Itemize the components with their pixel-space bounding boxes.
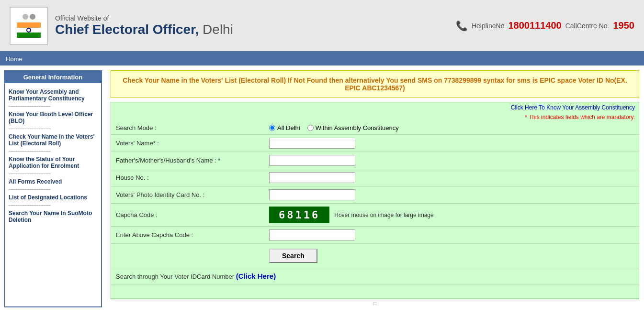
divider-3: ------------------------ [9, 148, 97, 153]
page-header: Official Website of Chief Electoral Offi… [0, 0, 644, 53]
fathers-name-label: Father's/Mother's/Husband's Name : * [116, 157, 269, 164]
radio-all-delhi[interactable]: All Delhi [269, 124, 300, 131]
radio-assembly-input[interactable] [307, 125, 314, 131]
sidebar-item-designated-locations[interactable]: List of Designated Locations [9, 194, 97, 201]
banner-text: Check Your Name in the Voters' List (Ele… [123, 76, 627, 92]
sidebar: General Information Know Your Assembly a… [4, 70, 102, 307]
voter-photo-row: Voters' Photo Identity Card No. : [111, 186, 639, 204]
flag-white [17, 28, 41, 33]
radio-assembly[interactable]: Within Assembly Constituency [307, 124, 399, 131]
captcha-hover-text: Hover mouse on image for large image [334, 212, 433, 218]
house-no-row: House No. : [111, 169, 639, 186]
voter-photo-input[interactable] [269, 189, 355, 200]
divider-6: ------------------------ [9, 202, 97, 207]
header-right: 📞 HelplineNo 1800111400 CallCentre No. 1… [456, 20, 634, 32]
phone-icon: 📞 [456, 20, 468, 32]
title-ceo: Chief Electoral Officer, [55, 22, 199, 37]
radio-all-delhi-label: All Delhi [277, 124, 300, 131]
search-row: Search [111, 244, 639, 268]
search-mode-row: Search Mode : All Delhi Within Assembly … [111, 121, 639, 135]
captcha-row: Capcha Code : 68116 Hover mouse on image… [111, 204, 639, 227]
mandatory-note: * This indicates fields which are mandat… [111, 113, 639, 121]
radio-assembly-label: Within Assembly Constituency [316, 124, 399, 131]
voter-id-row: Search through Your Voter IDCard Number … [111, 268, 639, 284]
navbar: Home [0, 53, 644, 65]
search-mode-radio-group: All Delhi Within Assembly Constituency [269, 124, 399, 131]
resize-hint: □ [111, 299, 639, 307]
title-text: Official Website of Chief Electoral Offi… [55, 14, 233, 37]
flag-green [17, 33, 41, 38]
logo [10, 7, 48, 45]
house-no-label: House No. : [116, 174, 269, 181]
fathers-name-input[interactable] [269, 155, 355, 166]
sidebar-content: Know Your Assembly and Parliamentary Con… [5, 83, 101, 227]
sidebar-title: General Information [5, 71, 101, 83]
helpline-label: HelplineNo [472, 22, 504, 30]
voter-id-text: Search through Your Voter IDCard Number [116, 273, 234, 280]
sidebar-item-know-booth[interactable]: Know Your Booth Level Officer (BLO) [9, 111, 97, 124]
divider-1: ------------------------ [9, 103, 97, 109]
voters-name-input[interactable] [269, 138, 355, 149]
divider-5: ------------------------ [9, 186, 97, 192]
sidebar-item-check-name[interactable]: Check Your Name in the Voters' List (Ele… [9, 133, 97, 147]
helpline-number: 1800111400 [508, 20, 561, 31]
voter-photo-label: Voters' Photo Identity Card No. : [116, 191, 269, 198]
banner-box: Check Your Name in the Voters' List (Ele… [111, 70, 639, 98]
fathers-name-row: Father's/Mother's/Husband's Name : * [111, 152, 639, 169]
flag-orange [17, 22, 41, 28]
sidebar-item-all-forms[interactable]: All Forms Received [9, 178, 97, 185]
form-top-links: Click Here To Know Your Assembly Constit… [111, 102, 639, 113]
header-left: Official Website of Chief Electoral Offi… [10, 7, 233, 45]
title-main: Chief Electoral Officer, Delhi [55, 22, 233, 37]
form-container: Click Here To Know Your Assembly Constit… [111, 102, 639, 299]
house-no-input[interactable] [269, 172, 355, 183]
logo-flag [17, 22, 41, 38]
divider-2: ------------------------ [9, 125, 97, 131]
captcha-image: 68116 [269, 207, 329, 223]
search-mode-label: Search Mode : [116, 124, 269, 131]
enter-captcha-row: Enter Above Capcha Code : [111, 227, 639, 244]
title-official: Official Website of [55, 14, 233, 22]
sidebar-item-know-status[interactable]: Know the Status of Your Application for … [9, 156, 97, 169]
enter-captcha-input[interactable] [269, 229, 355, 240]
logo-circle-2 [30, 14, 35, 20]
search-button[interactable]: Search [269, 249, 317, 263]
callcentre-label: CallCentre No. [565, 22, 610, 30]
enter-captcha-label: Enter Above Capcha Code : [116, 231, 269, 239]
home-link[interactable]: Home [6, 55, 23, 63]
callcentre-number: 1950 [613, 20, 635, 31]
sidebar-item-suomoto-deletion[interactable]: Search Your Name In SuoMoto Deletion [9, 210, 97, 223]
empty-row-1 [111, 284, 639, 299]
constituency-link[interactable]: Click Here To Know Your Assembly Constit… [511, 104, 635, 111]
captcha-label: Capcha Code : [116, 211, 269, 218]
logo-circle-1 [23, 14, 28, 20]
voters-name-row: Voters' Name* : [111, 135, 639, 152]
radio-all-delhi-input[interactable] [269, 125, 275, 131]
title-city: Delhi [203, 22, 233, 37]
content-area: Check Your Name in the Voters' List (Ele… [106, 65, 644, 312]
ashoka-chakra [26, 28, 31, 33]
voter-id-link[interactable]: (Click Here) [236, 272, 276, 280]
divider-4: ------------------------ [9, 170, 97, 176]
main-layout: General Information Know Your Assembly a… [0, 65, 644, 312]
sidebar-item-know-assembly[interactable]: Know Your Assembly and Parliamentary Con… [9, 88, 97, 102]
voters-name-label: Voters' Name* : [116, 140, 269, 147]
